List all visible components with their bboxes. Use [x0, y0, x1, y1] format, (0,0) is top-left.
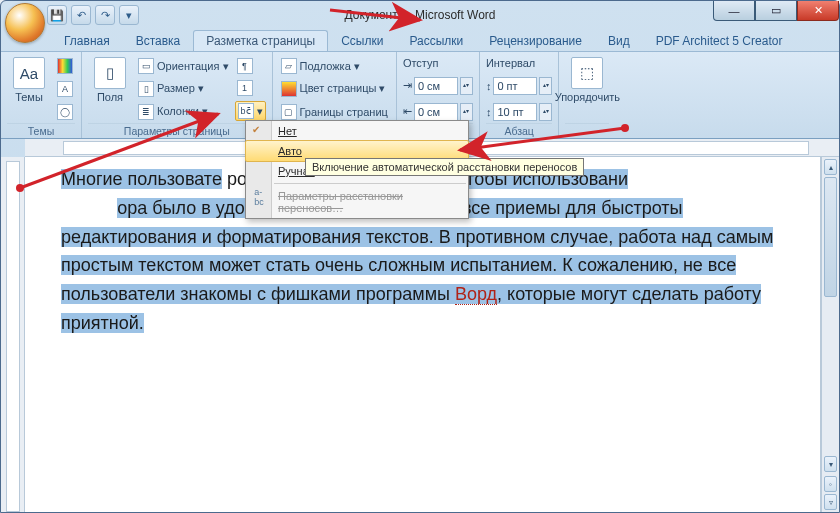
indent-left-icon: ⇥	[403, 79, 412, 92]
arrange-label: Упорядочить	[555, 91, 620, 103]
tab-pdf-architect[interactable]: PDF Architect 5 Creator	[643, 30, 796, 51]
tab-review[interactable]: Рецензирование	[476, 30, 595, 51]
themes-label: Темы	[15, 91, 43, 103]
spacing-header: Интервал	[486, 57, 553, 69]
tab-mailings[interactable]: Рассылки	[396, 30, 476, 51]
breaks-button[interactable]: ¶	[235, 57, 266, 75]
spacing-after-field[interactable]: 10 пт	[493, 103, 537, 121]
theme-effects[interactable]: ◯	[55, 103, 75, 121]
close-button[interactable]: ✕	[797, 1, 839, 21]
colors-icon	[57, 58, 73, 74]
size-label: Размер ▾	[157, 82, 204, 95]
spacing-after[interactable]: ↕10 пт▴▾	[486, 103, 553, 121]
menu-separator	[274, 183, 466, 184]
qat-undo[interactable]: ↶	[71, 5, 91, 25]
ribbon-tabs: Главная Вставка Разметка страницы Ссылки…	[1, 29, 839, 51]
watermark-button[interactable]: ▱Подложка ▾	[279, 57, 390, 75]
params-icon: a-bc	[251, 189, 267, 205]
page-color-icon	[281, 81, 297, 97]
breaks-icon: ¶	[237, 58, 253, 74]
group-page-setup: ▯ Поля ▭Ориентация ▾ ▯Размер ▾ ≣Колонки …	[82, 52, 273, 138]
orientation-icon: ▭	[138, 58, 154, 74]
vertical-scrollbar[interactable]: ▴ ▾ ◦ ▿	[821, 157, 839, 512]
page-borders-button[interactable]: ▢Границы страниц	[279, 103, 390, 121]
columns-button[interactable]: ≣Колонки ▾	[136, 103, 231, 121]
indent-right-spinner[interactable]: ▴▾	[460, 103, 473, 121]
tab-view[interactable]: Вид	[595, 30, 643, 51]
indent-right-field[interactable]: 0 см	[414, 103, 458, 121]
indent-right-icon: ⇤	[403, 105, 412, 118]
menu-item-params[interactable]: a-bc Параметры расстановки переносов…	[246, 186, 468, 218]
group-paragraph-label2: Абзац	[486, 123, 553, 137]
watermark-icon: ▱	[281, 58, 297, 74]
line-numbers-button[interactable]: 1	[235, 79, 266, 97]
group-spacing: Интервал ↕0 пт▴▾ ↕10 пт▴▾ Абзац	[480, 52, 560, 138]
scroll-thumb[interactable]	[824, 177, 837, 297]
themes-button[interactable]: Aa Темы	[7, 55, 51, 123]
arrange-icon: ⬚	[571, 57, 603, 89]
columns-icon: ≣	[138, 104, 154, 120]
scroll-down-arrow[interactable]: ▾	[824, 456, 837, 472]
tab-home[interactable]: Главная	[51, 30, 123, 51]
vertical-ruler[interactable]	[1, 157, 25, 512]
prev-page-button[interactable]: ◦	[824, 476, 837, 492]
margins-label: Поля	[97, 91, 123, 103]
indent-left-spinner[interactable]: ▴▾	[460, 77, 473, 95]
arrange-button[interactable]: ⬚ Упорядочить	[565, 55, 609, 123]
spacing-before-field[interactable]: 0 пт	[493, 77, 537, 95]
qat-redo[interactable]: ↷	[95, 5, 115, 25]
titlebar: 💾 ↶ ↷ ▾ Документ1 - Microsoft Word — ▭ ✕	[1, 1, 839, 29]
hyphenation-button[interactable]: bc̄▾	[235, 101, 266, 121]
spacing-before[interactable]: ↕0 пт▴▾	[486, 77, 553, 95]
page-color-button[interactable]: Цвет страницы ▾	[279, 80, 390, 98]
page-borders-label: Границы страниц	[300, 106, 388, 118]
quick-access-toolbar: 💾 ↶ ↷ ▾	[47, 5, 139, 25]
theme-colors[interactable]	[55, 57, 75, 75]
effects-icon: ◯	[57, 104, 73, 120]
qat-save[interactable]: 💾	[47, 5, 67, 25]
tab-references[interactable]: Ссылки	[328, 30, 396, 51]
menu-params-label: Параметры расстановки переносов…	[278, 190, 403, 214]
columns-label: Колонки ▾	[157, 105, 208, 118]
margins-icon: ▯	[94, 57, 126, 89]
next-page-button[interactable]: ▿	[824, 494, 837, 510]
qat-customize[interactable]: ▾	[119, 5, 139, 25]
fonts-icon: A	[57, 81, 73, 97]
group-themes-label: Темы	[7, 123, 75, 137]
watermark-label: Подложка ▾	[300, 60, 360, 73]
menu-auto-label: Авто	[278, 145, 302, 157]
minimize-button[interactable]: —	[713, 1, 755, 21]
theme-fonts[interactable]: A	[55, 80, 75, 98]
hyphenation-dropdown-arrow: ▾	[257, 105, 263, 118]
orientation-button[interactable]: ▭Ориентация ▾	[136, 57, 231, 75]
group-page-setup-label: Параметры страницы	[88, 123, 266, 137]
indent-right[interactable]: ⇤0 см▴▾	[403, 103, 473, 121]
tab-page-layout[interactable]: Разметка страницы	[193, 30, 328, 51]
spacing-before-icon: ↕	[486, 80, 492, 92]
indent-left-field[interactable]: 0 см	[414, 77, 458, 95]
page-borders-icon: ▢	[281, 104, 297, 120]
orientation-label: Ориентация ▾	[157, 60, 229, 73]
scroll-up-arrow[interactable]: ▴	[824, 159, 837, 175]
margins-button[interactable]: ▯ Поля	[88, 55, 132, 123]
menu-none-label: Нет	[278, 125, 297, 137]
page-color-label: Цвет страницы ▾	[300, 82, 386, 95]
group-themes: Aa Темы A ◯ Темы	[1, 52, 82, 138]
spacing-after-spinner[interactable]: ▴▾	[539, 103, 552, 121]
size-button[interactable]: ▯Размер ▾	[136, 80, 231, 98]
tooltip: Включение автоматической расстановки пер…	[305, 158, 584, 176]
themes-icon: Aa	[13, 57, 45, 89]
spacing-after-icon: ↕	[486, 106, 492, 118]
menu-item-none[interactable]: ✔ Нет	[246, 121, 468, 141]
office-button[interactable]	[5, 3, 45, 43]
spacing-before-spinner[interactable]: ▴▾	[539, 77, 552, 95]
maximize-button[interactable]: ▭	[755, 1, 797, 21]
hyphenation-icon: bc̄	[238, 103, 254, 119]
window-controls: — ▭ ✕	[713, 1, 839, 21]
indent-left[interactable]: ⇥0 см▴▾	[403, 77, 473, 95]
text-selected[interactable]: Многие пользовате	[61, 169, 222, 189]
window-title: Документ1 - Microsoft Word	[344, 8, 495, 22]
line-numbers-icon: 1	[237, 80, 253, 96]
group-arrange: ⬚ Упорядочить	[559, 52, 615, 138]
tab-insert[interactable]: Вставка	[123, 30, 194, 51]
